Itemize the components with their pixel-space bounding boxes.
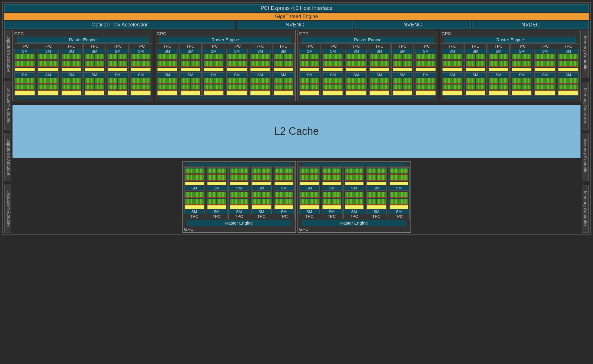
sm: SM <box>37 49 59 72</box>
tpc: SMSMTPC <box>206 166 227 219</box>
sm-label: SM <box>322 186 342 190</box>
sm-label: SM <box>61 49 82 53</box>
tpc-label: TPC <box>366 214 387 219</box>
sm: SM <box>345 49 367 72</box>
sm: SM <box>130 49 151 72</box>
nvenc-2: NVENC <box>354 21 471 29</box>
sm-label: SM <box>369 49 390 53</box>
sm: SM <box>299 167 320 191</box>
sm-label: SM <box>344 186 364 190</box>
optical-flow-accelerator: Optical Flow Accelerator <box>4 21 235 29</box>
polymorph-engine <box>187 163 291 166</box>
tpc-label: TPC <box>299 44 320 49</box>
tpc-label: TPC <box>534 44 556 49</box>
sm-label: SM <box>84 73 105 77</box>
sm: SM <box>344 191 364 214</box>
sm: SM <box>344 167 364 191</box>
sm: SM <box>392 49 413 72</box>
memory-controller: Memory Controller <box>4 185 11 233</box>
sm: SM <box>61 72 82 96</box>
engines-row: Optical Flow Accelerator NVENC NVENC NVD… <box>4 21 589 29</box>
polymorph-engine <box>302 163 406 166</box>
sm-label: SM <box>323 73 343 77</box>
memory-controller: Memory Controller <box>582 185 589 233</box>
gpc: GPCRaster EngineTPCSMSMTPCSMSMTPCSMSMTPC… <box>440 30 581 101</box>
sm-label: SM <box>207 209 227 214</box>
sm-label: SM <box>392 49 413 53</box>
sm: SM <box>207 191 227 214</box>
center-column: GPCRaster EngineTPCSMSMTPCSMSMTPCSMSMTPC… <box>12 30 581 233</box>
sm: SM <box>157 72 178 96</box>
gpc-label: GPC <box>299 227 410 232</box>
tpc-label: TPC <box>84 44 105 49</box>
sm: SM <box>442 72 463 96</box>
sm: SM <box>369 72 390 96</box>
sm-label: SM <box>130 73 151 77</box>
sm-label: SM <box>392 73 413 77</box>
sm: SM <box>273 72 294 96</box>
raster-engine: Raster Engine <box>17 37 148 43</box>
sm: SM <box>273 49 294 72</box>
sm: SM <box>184 191 205 214</box>
sm-label: SM <box>300 49 320 53</box>
memory-controller: Memory Controller <box>582 30 589 78</box>
tpc: TPCSMSM <box>488 43 510 96</box>
sm: SM <box>366 191 387 214</box>
sm: SM <box>558 72 579 96</box>
sm: SM <box>226 72 248 96</box>
gpc-row-top: GPCRaster EngineTPCSMSMTPCSMSMTPCSMSMTPC… <box>12 30 581 101</box>
sm-label: SM <box>227 73 247 77</box>
tpc-label: TPC <box>130 44 151 49</box>
raster-engine: Raster Engine <box>302 220 406 226</box>
tpc-label: TPC <box>465 44 486 49</box>
sm: SM <box>14 72 35 96</box>
sm-label: SM <box>488 73 509 77</box>
sm-label: SM <box>511 73 532 77</box>
tpc-label: TPC <box>299 214 320 219</box>
memory-controller: Memory Controller <box>582 82 589 130</box>
sm: SM <box>203 72 224 96</box>
sm: SM <box>465 49 486 72</box>
tpc: TPCSMSM <box>345 43 367 96</box>
tpc: TPCSMSM <box>557 43 579 96</box>
sm-label: SM <box>415 49 436 53</box>
tpc: TPCSMSM <box>391 43 414 96</box>
tpc: SMSMTPC <box>343 166 365 219</box>
sm: SM <box>61 49 82 72</box>
sm: SM <box>465 72 486 96</box>
sm: SM <box>84 49 105 72</box>
tpc-label: TPC <box>251 214 272 219</box>
tpc-label: TPC <box>345 44 367 49</box>
tpc-label: TPC <box>273 44 294 49</box>
sm-label: SM <box>61 73 82 77</box>
sm-label: SM <box>180 73 201 77</box>
gpc-label: GPC <box>299 31 437 36</box>
sm: SM <box>558 49 579 72</box>
sm: SM <box>84 72 105 96</box>
sm: SM <box>184 167 205 191</box>
sm: SM <box>299 72 320 96</box>
sm-label: SM <box>227 49 247 53</box>
tpc-label: TPC <box>107 44 128 49</box>
l2-cache: L2 Cache <box>12 105 581 158</box>
tpc-label: TPC <box>415 44 436 49</box>
sm-label: SM <box>184 186 204 190</box>
sm: SM <box>392 72 413 96</box>
nvenc-1: NVENC <box>237 21 353 29</box>
sm-label: SM <box>389 209 409 214</box>
sm-label: SM <box>465 49 486 53</box>
sm-label: SM <box>273 73 294 77</box>
sm-label: SM <box>442 49 463 53</box>
sm: SM <box>274 191 294 214</box>
tpc: TPCSMSM <box>226 43 248 96</box>
sm-label: SM <box>558 73 578 77</box>
sm: SM <box>534 49 556 72</box>
sm: SM <box>322 72 343 96</box>
sm: SM <box>226 49 248 72</box>
tpc-label: TPC <box>37 44 59 49</box>
tpc: TPCSMSM <box>156 43 178 96</box>
tpc-label: TPC <box>392 44 413 49</box>
sm: SM <box>251 191 272 214</box>
sm-label: SM <box>346 73 366 77</box>
sm: SM <box>107 72 128 96</box>
